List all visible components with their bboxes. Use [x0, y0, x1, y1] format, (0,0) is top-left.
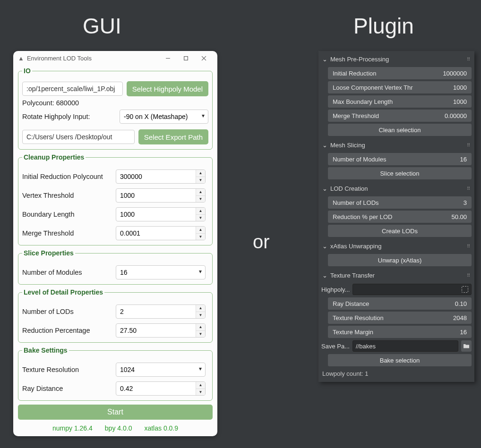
prop-texture-margin[interactable]: Texture Margin 16 [328, 326, 472, 338]
spin-down-icon[interactable]: ▼ [196, 389, 205, 396]
bake-legend: Bake Settings [22, 347, 69, 354]
spin-down-icon[interactable]: ▼ [196, 234, 205, 240]
section-title: Texture Transfer [330, 272, 375, 279]
tex-res-label: Texture Resolution [22, 366, 116, 373]
chevron-down-icon: ⌄ [322, 56, 327, 63]
chevron-down-icon: ⌄ [322, 185, 327, 192]
create-lods-button[interactable]: Create LODs [328, 225, 472, 237]
object-picker-icon[interactable] [462, 286, 468, 293]
minimize-button[interactable] [159, 51, 177, 65]
section-texture-transfer[interactable]: ⌄ Texture Transfer ⠿ [321, 269, 472, 281]
modules-label: Number of Modules [22, 269, 116, 276]
ray-dist-input[interactable] [116, 381, 206, 396]
modules-select[interactable]: 16 [116, 265, 206, 279]
maximize-button[interactable] [177, 51, 195, 65]
folder-icon[interactable] [461, 340, 472, 352]
spin-down-icon[interactable]: ▼ [196, 215, 205, 221]
slice-selection-button[interactable]: Slice selection [328, 167, 472, 179]
export-path-input[interactable] [22, 130, 135, 144]
select-highpoly-button[interactable]: Select Highpoly Model [127, 81, 208, 96]
slice-group: Slice Properties Number of Modules 16 [18, 249, 213, 285]
grip-icon[interactable]: ⠿ [467, 143, 471, 148]
section-title: Mesh Slicing [330, 142, 365, 149]
section-title: xAtlas Unwrapping [330, 243, 381, 250]
prop-num-lods[interactable]: Number of LODs 3 [328, 196, 472, 209]
lod-group: Level of Detail Properties Number of LOD… [18, 288, 213, 343]
rotate-label: Rotate Highpoly Input: [22, 113, 116, 120]
spin-up-icon[interactable]: ▲ [196, 170, 205, 177]
save-path-input[interactable]: //bakes [352, 340, 458, 352]
merge-threshold-input[interactable] [116, 226, 206, 240]
spin-down-icon[interactable]: ▼ [196, 177, 205, 184]
io-legend: IO [22, 67, 32, 75]
clean-selection-button[interactable]: Clean selection [328, 124, 472, 136]
highpoly-picker[interactable] [352, 284, 472, 295]
chevron-down-icon: ⌄ [322, 243, 327, 250]
tex-res-select[interactable]: 1024 [116, 363, 206, 377]
numpy-version: numpy 1.26.4 [52, 424, 93, 432]
merge-threshold-label: Merge Threshold [22, 229, 116, 237]
spin-down-icon[interactable]: ▼ [196, 312, 205, 319]
reduction-pct-label: Reduction Percentage [22, 327, 116, 334]
bpy-version: bpy 4.0.0 [105, 424, 132, 432]
section-title: LOD Creation [330, 185, 368, 192]
num-lods-input[interactable] [116, 304, 206, 319]
grip-icon[interactable]: ⠿ [467, 57, 471, 62]
chevron-down-icon: ⌄ [322, 272, 327, 279]
grip-icon[interactable]: ⠿ [467, 186, 471, 191]
boundary-length-label: Boundary Length [22, 211, 116, 218]
spin-down-icon[interactable]: ▼ [196, 331, 205, 338]
app-icon: ▲ [18, 55, 24, 62]
close-button[interactable] [195, 51, 213, 65]
heading-gui: GUI [83, 13, 121, 39]
prop-ray-distance[interactable]: Ray Distance 0.10 [328, 297, 472, 310]
vertex-threshold-input[interactable] [116, 188, 206, 203]
spin-up-icon[interactable]: ▲ [196, 324, 205, 331]
plugin-panel: ⌄ Mesh Pre-Processing ⠿ Initial Reductio… [318, 51, 474, 382]
prop-loose-component[interactable]: Loose Component Vertex Thr 1000 [328, 81, 472, 93]
or-label: or [253, 231, 270, 253]
footer-versions: numpy 1.26.4 bpy 4.0.0 xatlas 0.0.9 [18, 423, 213, 434]
prop-max-boundary[interactable]: Max Boundary Length 1000 [328, 95, 472, 108]
prop-texture-resolution[interactable]: Texture Resolution 2048 [328, 312, 472, 324]
spin-up-icon[interactable]: ▲ [196, 208, 205, 215]
grip-icon[interactable]: ⠿ [467, 244, 471, 249]
section-xatlas[interactable]: ⌄ xAtlas Unwrapping ⠿ [321, 240, 472, 252]
spin-up-icon[interactable]: ▲ [196, 189, 205, 196]
prop-num-modules[interactable]: Number of Modules 16 [328, 153, 472, 165]
initial-reduction-label: Initial Reduction Polycount [22, 173, 116, 180]
cleanup-legend: Cleanup Properties [22, 153, 86, 161]
titlebar: ▲ Environment LOD Tools [13, 51, 217, 65]
spin-down-icon[interactable]: ▼ [196, 196, 205, 203]
prop-reduction-per-lod[interactable]: Reduction % per LOD 50.00 [328, 211, 472, 223]
bake-group: Bake Settings Texture Resolution 1024 Ra… [18, 347, 213, 401]
gui-window: ▲ Environment LOD Tools IO Select Highpo… [13, 51, 217, 436]
boundary-length-input[interactable] [116, 207, 206, 221]
reduction-pct-input[interactable] [116, 323, 206, 338]
prop-initial-reduction[interactable]: Initial Reduction 1000000 [328, 67, 472, 79]
spin-up-icon[interactable]: ▲ [196, 382, 205, 389]
bake-selection-button[interactable]: Bake selection [328, 354, 472, 366]
section-mesh-slicing[interactable]: ⌄ Mesh Slicing ⠿ [321, 139, 472, 151]
section-lod-creation[interactable]: ⌄ LOD Creation ⠿ [321, 182, 472, 194]
highpoly-path-input[interactable] [22, 82, 123, 96]
section-mesh-pre[interactable]: ⌄ Mesh Pre-Processing ⠿ [321, 53, 472, 65]
initial-reduction-input[interactable] [116, 169, 206, 184]
select-export-button[interactable]: Select Export Path [138, 129, 208, 144]
prop-merge-threshold[interactable]: Merge Threshold 0.00000 [328, 110, 472, 122]
vertex-threshold-label: Vertex Threshold [22, 192, 116, 199]
svg-rect-1 [184, 56, 188, 60]
unwrap-button[interactable]: Unwrap (xAtlas) [328, 254, 472, 266]
lod-legend: Level of Detail Properties [22, 288, 104, 296]
heading-plugin: Plugin [353, 13, 414, 39]
grip-icon[interactable]: ⠿ [467, 273, 471, 278]
start-button[interactable]: Start [18, 405, 213, 420]
io-group: IO Select Highpoly Model Polycount: 6800… [18, 67, 213, 150]
cleanup-group: Cleanup Properties Initial Reduction Pol… [18, 153, 213, 245]
window-title: Environment LOD Tools [27, 55, 92, 62]
ray-dist-label: Ray Distance [22, 385, 116, 392]
num-lods-label: Number of LODs [22, 308, 116, 315]
rotate-select[interactable]: -90 on X (Metashape) [120, 110, 208, 124]
spin-up-icon[interactable]: ▲ [196, 305, 205, 312]
spin-up-icon[interactable]: ▲ [196, 227, 205, 234]
